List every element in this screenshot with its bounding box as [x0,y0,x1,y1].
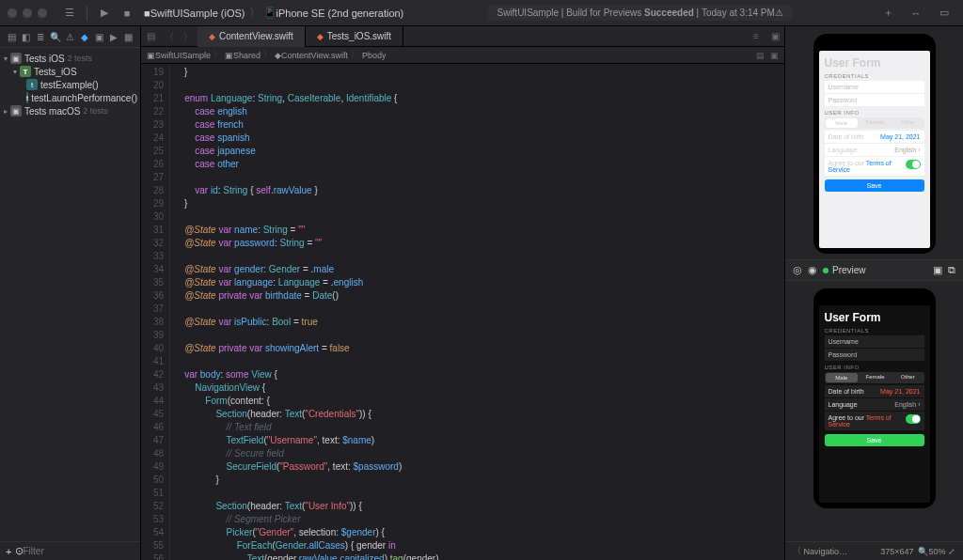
related-items-icon[interactable]: ▤ [141,31,160,41]
preview-device-light[interactable]: User Form CREDENTIALS Username Password … [813,34,936,254]
preview-device-dark[interactable]: User Form CREDENTIALS Username Password … [813,288,936,508]
inspect-preview-icon[interactable]: ◉ [808,264,817,276]
main-toolbar: ☰ ▶ ■ ■ SwiftUISample (iOS)〉 📱 iPhone SE… [0,0,963,26]
canvas-status-bar[interactable]: 〈 Navigatio… 375×647 🔍 50% ⤢ [785,541,963,560]
add-icon[interactable]: + [6,546,11,557]
device-icon: 📱 [263,7,276,19]
duplicate-preview-icon[interactable]: ⧉ [948,264,955,276]
filter-input[interactable] [24,546,143,556]
dob-row[interactable]: Date of birthMay 21, 2021 [825,131,924,143]
scheme-selector[interactable]: ■ SwiftUISample (iOS)〉 📱 iPhone SE (2nd … [144,6,403,20]
swift-file-icon: ◆ [317,32,324,41]
editor-options-icon[interactable]: ≡ [747,31,766,41]
test-navigator-tree[interactable]: ▾▣Tests iOS 2 tests ▾TTests_iOS ttestExa… [0,48,140,541]
inspectors-toggle-icon[interactable]: ▭ [936,5,953,22]
symbol-nav-icon[interactable]: ≣ [35,30,47,43]
library-icon[interactable]: ＋ [879,5,896,22]
nav-back-icon[interactable]: 〈 [160,30,179,43]
jump-bar[interactable]: ▣ SwiftUISample〉 ▣ Shared〉 ◆ ContentView… [141,47,784,64]
minimap-icon[interactable]: ▤ [756,51,765,60]
run-button-icon[interactable]: ▶ [96,5,113,22]
window-traffic-lights[interactable] [8,8,47,18]
preview-device-settings-icon[interactable]: ▣ [933,264,942,276]
issue-nav-icon[interactable]: ⚠ [64,30,76,43]
language-row[interactable]: LanguageEnglish › [825,144,924,156]
canvas-panel: User Form CREDENTIALS Username Password … [784,26,963,560]
tab-contentview[interactable]: ◆ContentView.swift [197,26,306,47]
activity-status[interactable]: SwiftUISample | Build for Previews Succe… [487,5,792,21]
add-editor-icon[interactable]: ▣ [766,31,784,41]
password-field[interactable]: Password [825,94,924,106]
terms-toggle[interactable] [906,160,921,169]
debug-nav-icon[interactable]: ▣ [93,30,105,43]
swift-file-icon: ◆ [209,32,215,41]
project-nav-icon[interactable]: ▤ [6,30,18,43]
test-nav-icon[interactable]: ◆ [79,30,91,43]
adjust-editor-icon[interactable]: ▣ [770,51,779,60]
tab-tests-ios[interactable]: ◆Tests_iOS.swift [306,26,403,47]
source-editor[interactable]: 1920212223242526272829303132333435363738… [141,64,784,560]
code-review-icon[interactable]: ↔ [908,5,924,22]
find-nav-icon[interactable]: 🔍 [50,30,62,43]
gender-picker[interactable]: MaleFemaleOther [825,117,924,129]
form-title: User Form [825,56,924,70]
preview-mode-toggle[interactable]: Preview [823,265,866,275]
breakpoint-nav-icon[interactable]: ▶ [108,30,120,43]
warning-icon[interactable]: ⚠︎ [775,8,783,18]
save-button[interactable]: Save [825,179,924,192]
navigator-panel: ▤ ◧ ≣ 🔍 ⚠ ◆ ▣ ▶ ▦ ▾▣Tests iOS 2 tests ▾T… [0,26,141,560]
nav-forward-icon[interactable]: 〉 [179,30,197,43]
username-field[interactable]: Username [825,81,924,93]
source-control-nav-icon[interactable]: ◧ [21,30,33,43]
live-preview-icon[interactable]: ◎ [793,264,802,276]
report-nav-icon[interactable]: ▦ [123,30,135,43]
sidebar-toggle-icon[interactable]: ☰ [61,5,78,22]
filter-icon: ⊙ [15,545,24,557]
editor-tab-bar: ▤ 〈 〉 ◆ContentView.swift ◆Tests_iOS.swif… [141,26,784,47]
stop-button-icon[interactable]: ■ [118,5,135,22]
navigator-selector[interactable]: ▤ ◧ ≣ 🔍 ⚠ ◆ ▣ ▶ ▦ [0,26,140,48]
preview-controls: ◎ ◉ Preview ▣ ⧉ [785,259,963,281]
terms-row[interactable]: Agree to our Terms of Service [825,157,924,176]
